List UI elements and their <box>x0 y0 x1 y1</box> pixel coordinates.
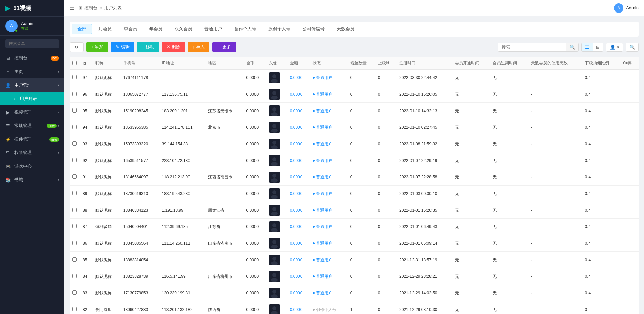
amount-link[interactable]: 0.0000 <box>290 142 303 146</box>
row-checkbox[interactable] <box>72 290 77 295</box>
amount-link[interactable]: 0.0000 <box>290 75 303 80</box>
cell-stop <box>620 285 639 301</box>
sidebar-item-plugin-mgmt[interactable]: ⚡ 插件管理 new <box>0 132 64 146</box>
row-checkbox[interactable] <box>72 158 77 162</box>
cell-amount[interactable]: 0.0000 <box>287 103 310 119</box>
cell-amount[interactable]: 0.0000 <box>287 70 310 86</box>
search-box[interactable]: 🔍 <box>498 43 579 52</box>
cell-amount[interactable]: 0.0000 <box>287 186 310 202</box>
amount-link[interactable]: 0.0000 <box>290 307 303 312</box>
edit-button[interactable]: ✎ 编辑 <box>111 42 134 52</box>
cell-amount[interactable]: 0.0000 <box>287 235 310 252</box>
move-button[interactable]: + 移动 <box>137 42 159 52</box>
sidebar-item-bookstore[interactable]: 📚 书城 › <box>0 173 64 187</box>
sidebar-item-dashboard[interactable]: ⊞ 控制台 hot <box>0 51 64 65</box>
cell-amount[interactable]: 0.0000 <box>287 86 310 103</box>
user-filter-toggle: 👤 ▾ <box>606 43 623 52</box>
cell-avatar <box>266 285 287 301</box>
amount-link[interactable]: 0.0000 <box>290 191 303 196</box>
cell-amount[interactable]: 0.0000 <box>287 285 310 301</box>
row-checkbox[interactable] <box>72 257 77 262</box>
svg-point-41 <box>271 294 278 298</box>
cell-amount[interactable]: 0.0000 <box>287 202 310 219</box>
row-checkbox[interactable] <box>72 125 77 129</box>
amount-link[interactable]: 0.0000 <box>290 92 303 97</box>
row-checkbox[interactable] <box>72 75 77 79</box>
amount-link[interactable]: 0.0000 <box>290 258 303 262</box>
search-input[interactable] <box>498 43 566 51</box>
sidebar-item-video-mgmt[interactable]: ▶ 视频管理 › <box>0 105 64 119</box>
cell-avatar <box>266 252 287 268</box>
row-checkbox[interactable] <box>72 191 77 195</box>
cell-amount[interactable]: 0.0000 <box>287 219 310 235</box>
tab-original-personal[interactable]: 原创个人号 <box>263 24 296 34</box>
select-all-checkbox[interactable] <box>72 61 77 65</box>
cell-id: 86 <box>80 235 93 252</box>
sidebar-item-general-mgmt[interactable]: ☰ 常规管理 new › <box>0 119 64 132</box>
row-checkbox[interactable] <box>72 241 77 245</box>
tab-yearly[interactable]: 年会员 <box>143 24 168 34</box>
tab-all[interactable]: 全部 <box>72 24 92 34</box>
chevron-right-icon: › <box>58 178 59 182</box>
import-button[interactable]: ↓ 导入 <box>188 42 209 52</box>
add-button[interactable]: + 添加 <box>86 42 108 52</box>
amount-link[interactable]: 0.0000 <box>290 241 303 246</box>
amount-link[interactable]: 0.0000 <box>290 108 303 113</box>
cell-reg-time: 2022-01-10 15:26:05 <box>397 86 452 103</box>
cell-fans: 0 <box>348 136 375 152</box>
content-area: 全部 月会员 季会员 年会员 永久会员 普通用户 创作个人号 原创个人号 公司传… <box>64 16 644 314</box>
tab-company[interactable]: 公司传媒号 <box>297 24 330 34</box>
list-view-button[interactable]: ☰ <box>582 43 593 51</box>
row-checkbox[interactable] <box>72 108 77 113</box>
amount-link[interactable]: 0.0000 <box>290 158 303 163</box>
more-button[interactable]: ⋯ 更多 <box>212 42 236 52</box>
sidebar-item-game-center[interactable]: 🎮 游戏中心 <box>0 160 64 173</box>
tab-tianshu[interactable]: 天数会员 <box>331 24 360 34</box>
cell-amount[interactable]: 0.0000 <box>287 136 310 152</box>
row-checkbox[interactable] <box>72 224 77 228</box>
menu-toggle-icon[interactable]: ☰ <box>70 5 74 11</box>
amount-link[interactable]: 0.0000 <box>290 224 303 229</box>
cell-amount[interactable]: 0.0000 <box>287 252 310 268</box>
delete-button[interactable]: ✕ 删除 <box>162 42 185 52</box>
search-input[interactable] <box>5 39 59 48</box>
cell-amount[interactable]: 0.0000 <box>287 169 310 186</box>
tab-creator-personal[interactable]: 创作个人号 <box>228 24 262 34</box>
search-button[interactable]: 🔍 <box>566 43 578 51</box>
grid-view-button[interactable]: ⊞ <box>593 43 603 51</box>
amount-link[interactable]: 0.0000 <box>290 175 303 179</box>
user-filter-button[interactable]: 👤 ▾ <box>606 43 623 51</box>
row-checkbox[interactable] <box>72 307 77 311</box>
tab-monthly[interactable]: 月会员 <box>93 24 117 34</box>
amount-link[interactable]: 0.0000 <box>290 291 303 295</box>
amount-link[interactable]: 0.0000 <box>290 125 303 130</box>
refresh-button[interactable]: ↺ <box>70 42 84 52</box>
cell-region <box>205 86 244 103</box>
sidebar-item-label: 主页 <box>14 69 58 75</box>
tab-quarterly[interactable]: 季会员 <box>118 24 143 34</box>
table-search-button[interactable]: 🔍 <box>626 43 639 52</box>
tab-normal[interactable]: 普通用户 <box>199 24 228 34</box>
tab-permanent[interactable]: 永久会员 <box>169 24 198 34</box>
sidebar-item-home[interactable]: ⌂ 主页 › <box>0 65 64 78</box>
cell-nickname: 默认昵称 <box>93 285 120 301</box>
cell-coins: 0.0000 <box>244 86 267 103</box>
row-checkbox[interactable] <box>72 141 77 146</box>
row-checkbox[interactable] <box>72 208 77 212</box>
cell-amount[interactable]: 0.0000 <box>287 301 310 314</box>
chevron-down-icon: › <box>58 83 59 87</box>
chevron-right-icon: › <box>58 111 59 114</box>
amount-link[interactable]: 0.0000 <box>290 274 303 279</box>
sidebar-item-user-mgmt[interactable]: 👤 用户管理 › <box>0 78 64 92</box>
sidebar-item-perm-mgmt[interactable]: 🛡 权限管理 › <box>0 146 64 160</box>
row-checkbox[interactable] <box>72 92 77 96</box>
cell-amount[interactable]: 0.0000 <box>287 152 310 169</box>
cell-member-start: 无 <box>452 70 490 86</box>
search-area[interactable] <box>0 36 64 51</box>
row-checkbox[interactable] <box>72 174 77 179</box>
sidebar-item-user-list[interactable]: ○ 用户列表 <box>0 92 64 105</box>
cell-amount[interactable]: 0.0000 <box>287 119 310 136</box>
row-checkbox[interactable] <box>72 274 77 278</box>
cell-amount[interactable]: 0.0000 <box>287 268 310 285</box>
amount-link[interactable]: 0.0000 <box>290 208 303 213</box>
